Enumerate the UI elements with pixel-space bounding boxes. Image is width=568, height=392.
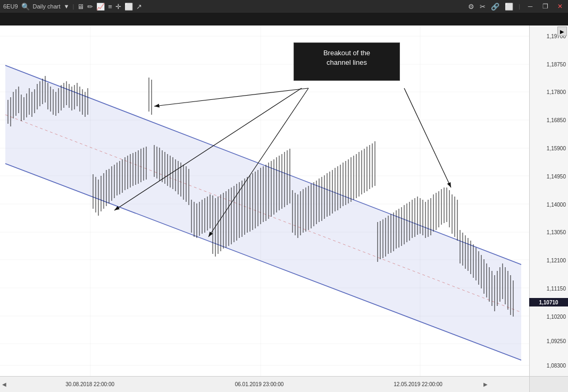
scroll-left-arrow[interactable]: ◀ [2, 381, 6, 387]
layout-icon[interactable]: ⬜ [505, 3, 513, 11]
settings-icon[interactable]: ⚙ [468, 3, 474, 11]
chart-container: Breakout of the channel lines [0, 25, 529, 376]
sep1: | [72, 3, 74, 10]
draw-icon[interactable]: ✏ [87, 3, 93, 11]
price-label-3: 1,17800 [547, 89, 566, 95]
restore-button[interactable]: ❐ [540, 3, 550, 10]
monitor-icon[interactable]: 🖥 [77, 3, 84, 11]
link-icon[interactable]: 🔗 [491, 3, 499, 11]
price-label-8: 1,13050 [547, 229, 566, 235]
titlebar-right: ⚙ ✂ 🔗 ⬜ | ─ ❐ ✕ [468, 3, 565, 11]
chart-type-dropdown[interactable]: ▼ [64, 3, 70, 10]
svg-line-211 [154, 88, 308, 106]
arrow-icon[interactable]: ↗ [136, 3, 142, 11]
price-label-13: 1,08300 [547, 363, 566, 369]
price-label-11: 1,10200 [547, 313, 566, 319]
time-label-1: 30.08.2018 22:00:00 [65, 381, 114, 387]
crosshair-icon[interactable]: ✛ [115, 3, 121, 11]
line-icon[interactable]: 📈 [96, 3, 105, 11]
sep2: | [519, 3, 520, 10]
symbol-label: 6EU9 [3, 3, 18, 10]
channel-icon[interactable]: ≡ [108, 3, 112, 11]
box-icon[interactable]: ⬜ [124, 3, 133, 11]
scroll-right-arrow[interactable]: ▶ [483, 381, 488, 387]
price-label-6: 1,14950 [547, 173, 566, 179]
chart-type-label: Daily chart [33, 3, 61, 10]
chart-svg [0, 25, 529, 376]
price-label-10: 1,11150 [547, 286, 566, 292]
scissors-icon[interactable]: ✂ [480, 3, 486, 11]
forward-button[interactable]: ▶ [557, 27, 567, 36]
price-label-12: 1,09250 [547, 338, 566, 344]
time-label-2: 06.01.2019 23:00:00 [235, 381, 284, 387]
price-label-5: 1,15900 [547, 146, 566, 151]
symbol-search-icon[interactable]: 🔍 [21, 3, 30, 11]
titlebar-left: 6EU9 🔍 Daily chart ▼ | 🖥 ✏ 📈 ≡ ✛ ⬜ ↗ [3, 3, 142, 11]
current-price-badge: 1,10710 [529, 298, 568, 306]
price-label-7: 1,14000 [547, 201, 566, 207]
price-label-9: 1,12100 [547, 258, 566, 263]
price-label-4: 1,16850 [547, 117, 566, 123]
time-label-3: 12.05.2019 22:00:00 [394, 381, 442, 387]
time-axis: 30.08.2018 22:00:00 06.01.2019 23:00:00 … [0, 376, 529, 392]
close-button[interactable]: ✕ [555, 3, 565, 10]
titlebar: 6EU9 🔍 Daily chart ▼ | 🖥 ✏ 📈 ≡ ✛ ⬜ ↗ ⚙ ✂… [0, 0, 568, 13]
minimize-button[interactable]: ─ [525, 3, 535, 10]
current-price-value: 1,10710 [539, 300, 558, 305]
svg-line-214 [404, 88, 451, 188]
price-axis: 1,19700 1,18750 1,17800 1,16850 1,15900 … [529, 25, 568, 376]
price-label-2: 1,18750 [547, 61, 566, 67]
corner [529, 376, 568, 392]
